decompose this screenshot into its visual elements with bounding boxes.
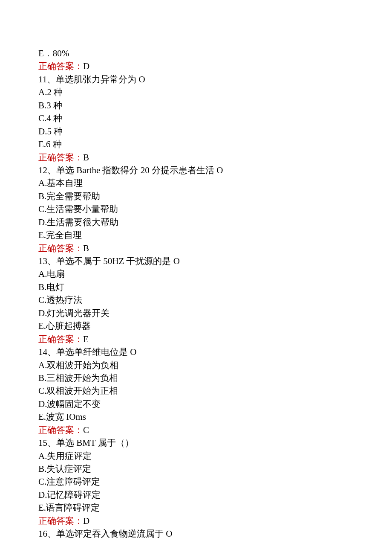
- option-line: C.注意障碍评定: [38, 475, 354, 488]
- question-line: 13、单选不属于 50HZ 干扰源的是 O: [38, 255, 354, 267]
- answer-value: D: [83, 516, 89, 526]
- option-line: D.波幅固定不变: [38, 398, 354, 410]
- question-line: 11、单选肌张力异常分为 O: [38, 73, 354, 86]
- option-line: D.5 种: [38, 125, 354, 138]
- answer-line: 正确答案：C: [38, 424, 354, 436]
- option-line: B.完全需要帮助: [38, 190, 354, 203]
- answer-value: B: [83, 243, 89, 253]
- option-line: B.3 种: [38, 99, 354, 112]
- option-line: C.透热疗法: [38, 293, 354, 306]
- document-page: E．80% 正确答案：D 11、单选肌张力异常分为 O A.2 种 B.3 种 …: [0, 0, 392, 555]
- option-line: A.失用症评定: [38, 450, 354, 462]
- question-line: 15、单选 BMT 属于（）: [38, 436, 354, 449]
- answer-label: 正确答案：: [38, 516, 83, 526]
- option-line: E.语言障碍评定: [38, 501, 354, 514]
- option-line: E.6 种: [38, 138, 354, 151]
- answer-line: 正确答案：E: [38, 333, 354, 346]
- option-line: E．80%: [38, 47, 354, 60]
- answer-line: 正确答案：B: [38, 242, 354, 255]
- answer-label: 正确答案：: [38, 425, 83, 435]
- answer-label: 正确答案：: [38, 243, 83, 253]
- question-line: 12、单选 Barthe 指数得分 20 分提示患者生活 O: [38, 164, 354, 177]
- answer-label: 正确答案：: [38, 334, 83, 344]
- answer-line: 正确答案：D: [38, 60, 354, 73]
- option-line: B.电灯: [38, 281, 354, 293]
- option-line: A.双相波开始为负相: [38, 359, 354, 372]
- option-line: A.电扇: [38, 267, 354, 280]
- option-line: C.生活需要小量帮助: [38, 203, 354, 215]
- option-line: A.2 种: [38, 86, 354, 99]
- answer-label: 正确答案：: [38, 61, 83, 71]
- answer-line: 正确答案：D: [38, 514, 354, 527]
- question-line: 16、单选评定吞入食物逆流属于 O: [38, 527, 354, 540]
- option-line: C.4 种: [38, 112, 354, 125]
- option-line: C.双相波开始为正相: [38, 384, 354, 397]
- option-line: B.失认症评定: [38, 462, 354, 475]
- option-line: E.心脏起搏器: [38, 320, 354, 332]
- answer-line: 正确答案：B: [38, 151, 354, 164]
- option-line: D.生活需要很大帮助: [38, 216, 354, 229]
- answer-value: E: [83, 334, 89, 344]
- option-line: A.基本自理: [38, 177, 354, 189]
- question-line: 14、单选单纤维电位是 O: [38, 346, 354, 358]
- option-line: E.波宽 IOms: [38, 410, 354, 423]
- option-line: D.记忆障碍评定: [38, 488, 354, 501]
- option-line: E.完全自理: [38, 229, 354, 241]
- answer-value: D: [83, 61, 89, 71]
- option-line: D.灯光调光器开关: [38, 307, 354, 320]
- answer-label: 正确答案：: [38, 152, 83, 163]
- answer-value: B: [83, 152, 89, 163]
- answer-value: C: [83, 425, 89, 435]
- option-line: B.三相波开始为负相: [38, 372, 354, 384]
